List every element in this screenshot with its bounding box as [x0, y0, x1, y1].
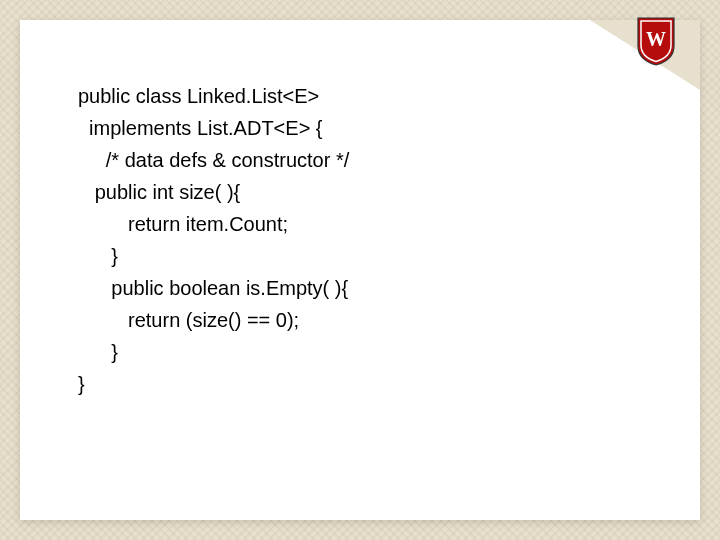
code-line: public int size( ){: [78, 176, 660, 208]
slide-card: public class Linked.List<E> implements L…: [20, 20, 700, 520]
svg-text:W: W: [646, 28, 666, 50]
code-line: public class Linked.List<E>: [78, 80, 660, 112]
code-line: }: [78, 336, 660, 368]
code-line: }: [78, 240, 660, 272]
code-line: }: [78, 368, 660, 400]
code-line: /* data defs & constructor */: [78, 144, 660, 176]
code-line: public boolean is.Empty( ){: [78, 272, 660, 304]
university-crest-icon: W: [636, 16, 676, 66]
code-line: return (size() == 0);: [78, 304, 660, 336]
code-block: public class Linked.List<E> implements L…: [78, 80, 660, 400]
code-line: return item.Count;: [78, 208, 660, 240]
code-line: implements List.ADT<E> {: [78, 112, 660, 144]
